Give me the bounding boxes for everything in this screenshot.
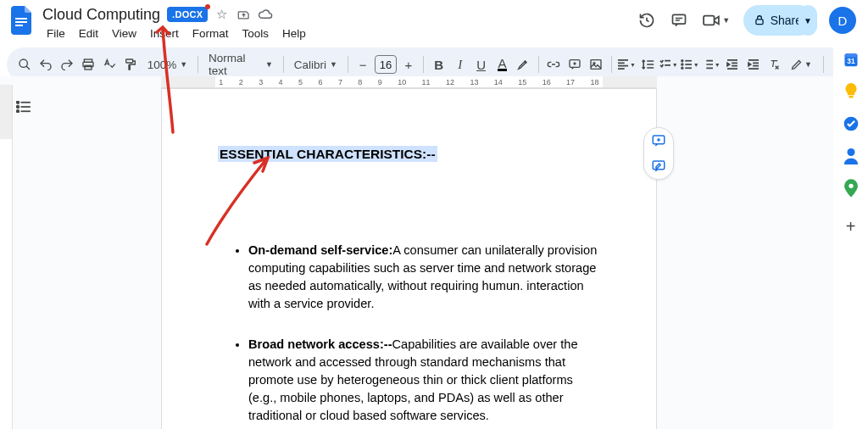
svg-point-16 xyxy=(682,67,683,69)
star-icon[interactable]: ☆ xyxy=(213,7,230,22)
paint-format-icon[interactable] xyxy=(121,53,141,75)
header-right: ▼ Share ▼ D xyxy=(637,5,861,36)
bulleted-list-icon[interactable]: ▼ xyxy=(680,53,699,75)
svg-point-27 xyxy=(847,148,854,156)
font-size-input[interactable]: 16 xyxy=(375,55,398,74)
menu-view[interactable]: View xyxy=(106,25,142,42)
move-icon[interactable] xyxy=(235,8,252,21)
keep-icon[interactable] xyxy=(843,83,860,100)
zoom-select[interactable]: 100%▼ xyxy=(142,58,192,71)
svg-rect-4 xyxy=(704,16,714,25)
meet-icon[interactable]: ▼ xyxy=(701,10,732,31)
add-comment-icon[interactable] xyxy=(644,128,673,153)
svg-rect-0 xyxy=(15,18,27,20)
clear-formatting-icon[interactable] xyxy=(765,53,784,75)
header: Cloud Computing .DOCX ☆ File Edit View I… xyxy=(0,0,868,42)
document-page[interactable]: ESSENTIAL CHARACTERISTICS:-- On-demand s… xyxy=(161,88,657,429)
bold-icon[interactable]: B xyxy=(429,53,448,75)
redo-icon[interactable] xyxy=(58,53,77,75)
italic-icon[interactable]: I xyxy=(450,53,470,75)
text-color-icon[interactable]: A xyxy=(492,53,512,75)
menu-insert[interactable]: Insert xyxy=(144,25,185,42)
section-heading[interactable]: ESSENTIAL CHARACTERISTICS:-- xyxy=(218,146,437,162)
docx-badge[interactable]: .DOCX xyxy=(167,7,208,22)
align-icon[interactable]: ▼ xyxy=(616,53,636,75)
editor-area: 123456789101112131415161718 ESSENTIAL CH… xyxy=(0,76,833,429)
svg-point-17 xyxy=(17,101,19,103)
menu-help[interactable]: Help xyxy=(276,25,312,42)
svg-point-19 xyxy=(17,110,19,113)
menu-format[interactable]: Format xyxy=(186,25,235,42)
svg-point-6 xyxy=(19,59,27,67)
separator xyxy=(198,56,198,73)
numbered-list-icon[interactable]: ▼ xyxy=(701,53,721,75)
separator xyxy=(611,56,612,73)
search-icon[interactable] xyxy=(15,53,35,75)
separator xyxy=(283,56,284,73)
list-item[interactable]: Broad network access:--Capabilities are … xyxy=(248,336,600,426)
menu-bar: File Edit View Insert Format Tools Help xyxy=(41,24,637,42)
svg-point-18 xyxy=(17,106,19,109)
comment-actions xyxy=(643,127,674,180)
svg-rect-3 xyxy=(672,14,685,24)
line-spacing-icon[interactable] xyxy=(637,53,657,75)
highlight-icon[interactable] xyxy=(514,53,533,75)
increase-indent-icon[interactable] xyxy=(743,53,763,75)
decrease-font-icon[interactable]: − xyxy=(353,53,373,75)
contacts-icon[interactable] xyxy=(843,148,860,164)
svg-rect-10 xyxy=(126,59,133,63)
insert-image-icon[interactable] xyxy=(587,53,606,75)
separator xyxy=(538,56,539,73)
svg-rect-1 xyxy=(15,21,27,23)
horizontal-ruler[interactable]: 123456789101112131415161718 xyxy=(161,76,657,88)
svg-point-28 xyxy=(849,184,853,188)
addons-icon[interactable]: + xyxy=(846,217,856,237)
insert-link-icon[interactable] xyxy=(544,53,564,75)
bullet-list: On-demand self-service:A consumer can un… xyxy=(218,242,600,425)
title-area: Cloud Computing .DOCX ☆ File Edit View I… xyxy=(41,5,637,42)
svg-rect-21 xyxy=(653,161,665,170)
maps-icon[interactable] xyxy=(843,180,860,197)
outline-toggle-icon[interactable] xyxy=(12,95,36,119)
separator xyxy=(423,56,424,73)
svg-rect-5 xyxy=(756,20,763,25)
checklist-icon[interactable]: ▼ xyxy=(659,53,678,75)
underline-icon[interactable]: U xyxy=(471,53,491,75)
svg-point-15 xyxy=(682,64,683,65)
docs-logo-icon[interactable] xyxy=(7,5,37,36)
suggest-edits-icon[interactable] xyxy=(644,153,673,179)
svg-rect-2 xyxy=(15,25,23,26)
increase-font-icon[interactable]: + xyxy=(398,53,418,75)
svg-rect-25 xyxy=(849,96,853,98)
cloud-status-icon[interactable] xyxy=(257,9,274,20)
decrease-indent-icon[interactable] xyxy=(722,53,742,75)
menu-edit[interactable]: Edit xyxy=(73,25,104,42)
print-icon[interactable] xyxy=(79,53,98,75)
menu-file[interactable]: File xyxy=(41,25,71,42)
tasks-icon[interactable] xyxy=(843,115,860,132)
menu-tools[interactable]: Tools xyxy=(236,25,275,42)
svg-text:31: 31 xyxy=(847,57,855,65)
share-dropdown[interactable]: ▼ xyxy=(798,5,817,36)
share-label: Share xyxy=(771,14,802,27)
style-select[interactable]: Normal text▼ xyxy=(203,52,278,77)
svg-point-14 xyxy=(682,60,683,62)
spellcheck-icon[interactable] xyxy=(100,53,120,75)
undo-icon[interactable] xyxy=(36,53,56,75)
calendar-icon[interactable]: 31 xyxy=(843,51,860,68)
title-row: Cloud Computing .DOCX ☆ xyxy=(41,5,637,24)
vertical-ruler[interactable] xyxy=(0,85,13,429)
separator xyxy=(348,56,348,73)
editing-mode-icon[interactable]: ▼ xyxy=(786,53,816,75)
side-panel: 31 + xyxy=(833,41,868,429)
add-comment-icon[interactable] xyxy=(565,53,585,75)
avatar[interactable]: D xyxy=(829,7,856,34)
font-select[interactable]: Calibri▼ xyxy=(289,58,342,71)
list-item[interactable]: On-demand self-service:A consumer can un… xyxy=(248,242,600,314)
comments-icon[interactable] xyxy=(669,10,689,31)
history-icon[interactable] xyxy=(637,10,657,31)
doc-title[interactable]: Cloud Computing xyxy=(41,6,162,24)
separator xyxy=(823,56,824,73)
